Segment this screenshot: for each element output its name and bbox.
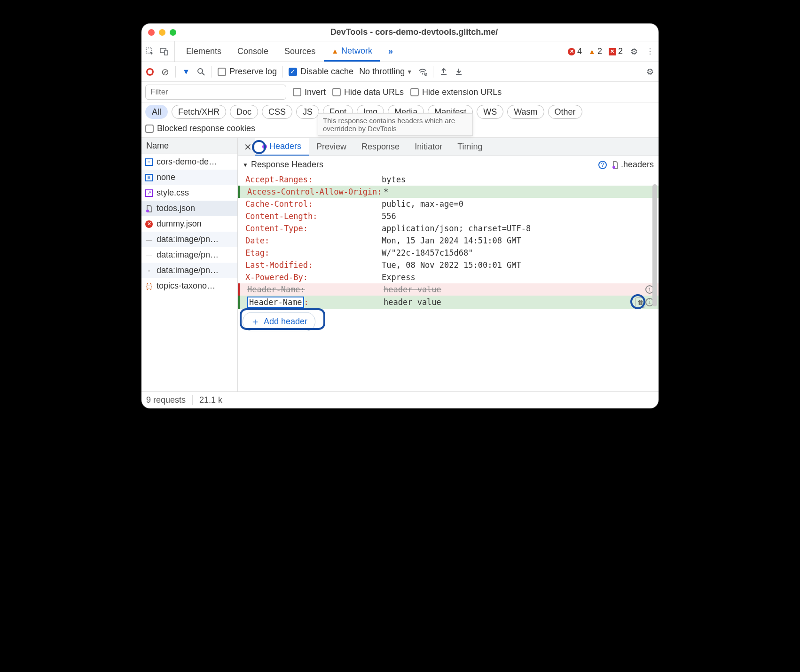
tab-network[interactable]: ▲ Network [324, 41, 380, 62]
window-title: DevTools - cors-demo-devtools.glitch.me/ [176, 27, 652, 37]
filter-bar: Invert Hide data URLs Hide extension URL… [141, 82, 659, 103]
request-name: todos.json [157, 203, 195, 213]
detail-body: ▼ Response Headers ? .headers Accept-Ran… [238, 156, 659, 391]
header-row[interactable]: Header-Name:header value🗑i [238, 296, 659, 309]
disable-cache-checkbox[interactable]: Disable cache [289, 67, 353, 77]
header-value: header value [384, 285, 645, 294]
collapse-triangle-icon: ▼ [243, 162, 248, 168]
request-row[interactable]: —data:image/pn… [141, 232, 237, 247]
detail-tab-preview[interactable]: Preview [309, 138, 354, 156]
name-column-header[interactable]: Name [141, 138, 237, 154]
response-headers-section[interactable]: ▼ Response Headers ? .headers [238, 156, 659, 173]
header-name: Content-Length: [245, 211, 382, 221]
type-filter-css[interactable]: CSS [262, 105, 292, 119]
network-conditions-icon[interactable] [418, 67, 427, 77]
close-detail-button[interactable]: ✕ [241, 138, 255, 156]
detail-tab-timing[interactable]: Timing [450, 138, 490, 156]
header-value: Tue, 08 Nov 2022 15:00:01 GMT [382, 260, 654, 270]
devtools-window: DevTools - cors-demo-devtools.glitch.me/… [141, 23, 659, 408]
headers-file-link[interactable]: .headers [612, 160, 654, 170]
invert-checkbox[interactable]: Invert [293, 87, 326, 97]
detail-tab-initiator[interactable]: Initiator [407, 138, 450, 156]
header-name: Etag: [245, 248, 382, 258]
svg-point-7 [425, 74, 426, 75]
svg-point-10 [146, 210, 149, 212]
request-row[interactable]: {:}topics-taxono… [141, 278, 237, 294]
clear-button[interactable]: ⊘ [160, 67, 170, 77]
request-count: 9 requests [146, 395, 193, 405]
request-list: ≡cors-demo-de…≡none↗style.csstodos.json✕… [141, 154, 237, 391]
blocked-badge[interactable]: ✕2 [609, 47, 623, 56]
scrollbar[interactable] [652, 184, 657, 306]
detail-tab-response[interactable]: Response [354, 138, 407, 156]
import-har-icon[interactable] [454, 67, 463, 77]
header-name: Date: [245, 236, 382, 245]
traffic-lights [148, 29, 176, 36]
header-value: * [384, 187, 654, 196]
errors-badge[interactable]: ✕4 [568, 47, 582, 56]
filter-toggle-icon[interactable]: ▼ [181, 67, 191, 77]
hide-extension-urls-checkbox[interactable]: Hide extension URLs [410, 87, 502, 97]
request-row[interactable]: todos.json [141, 201, 237, 216]
type-filter-wasm[interactable]: Wasm [507, 105, 544, 119]
header-row: Cache-Control:public, max-age=0 [238, 198, 659, 210]
chevron-down-icon: ▼ [407, 69, 412, 75]
inspect-icon[interactable] [145, 47, 155, 56]
error-icon: ✕ [568, 48, 575, 55]
titlebar: DevTools - cors-demo-devtools.glitch.me/ [141, 23, 659, 41]
request-row[interactable]: ✕dummy.json [141, 216, 237, 232]
tab-console[interactable]: Console [230, 41, 276, 62]
device-toggle-icon[interactable] [159, 47, 169, 56]
file-override-icon [612, 161, 619, 169]
filter-input[interactable] [145, 85, 286, 100]
request-row[interactable]: ↗style.css [141, 185, 237, 201]
header-name: Last-Modified: [245, 260, 382, 270]
request-row[interactable]: —data:image/pn… [141, 247, 237, 263]
main-tabstrip: Elements Console Sources ▲ Network » ✕4 … [141, 41, 659, 62]
delete-header-button[interactable]: 🗑 [635, 297, 645, 308]
add-header-button[interactable]: ＋ Add header [243, 312, 315, 331]
blocked-cookies-checkbox[interactable]: Blocked response cookies [145, 124, 255, 133]
kebab-menu-icon[interactable]: ⋮ [645, 47, 655, 56]
throttling-select[interactable]: No throttling ▼ [359, 67, 412, 77]
request-name: dummy.json [157, 219, 202, 229]
warning-icon: ▲ [331, 47, 338, 55]
header-value: application/json; charset=UTF-8 [382, 224, 654, 233]
type-filter-js[interactable]: JS [296, 105, 319, 119]
warnings-badge[interactable]: ▲2 [588, 47, 602, 56]
record-button[interactable] [145, 67, 155, 77]
svg-line-4 [202, 73, 204, 75]
network-settings-icon[interactable]: ⚙ [645, 67, 655, 77]
network-toolbar: ⊘ ▼ Preserve log Disable cache No thrott… [141, 62, 659, 82]
tab-elements[interactable]: Elements [179, 41, 229, 62]
more-tabs-button[interactable]: » [381, 41, 399, 62]
type-filter-all[interactable]: All [145, 105, 168, 119]
request-name: none [157, 172, 175, 182]
maximize-window-button[interactable] [170, 29, 176, 36]
request-row[interactable]: ≡none [141, 170, 237, 185]
header-name: Content-Type: [245, 224, 382, 233]
type-filter-ws[interactable]: WS [477, 105, 503, 119]
header-name: Header-Name: [247, 285, 384, 294]
request-row[interactable]: ≡cors-demo-de… [141, 154, 237, 170]
header-value: bytes [382, 175, 654, 184]
help-icon[interactable]: ? [598, 161, 607, 169]
tab-sources[interactable]: Sources [277, 41, 323, 62]
header-value: public, max-age=0 [382, 199, 654, 209]
preserve-log-checkbox[interactable]: Preserve log [218, 67, 277, 77]
header-name: Accept-Ranges: [245, 175, 382, 184]
minimize-window-button[interactable] [159, 29, 165, 36]
detail-tab-headers[interactable]: Headers [255, 138, 309, 156]
type-filter-doc[interactable]: Doc [230, 105, 258, 119]
export-har-icon[interactable] [439, 67, 448, 77]
type-filter-fetchxhr[interactable]: Fetch/XHR [172, 105, 226, 119]
hide-data-urls-checkbox[interactable]: Hide data URLs [332, 87, 404, 97]
request-name: topics-taxono… [157, 281, 215, 291]
header-value: Express [382, 273, 654, 282]
settings-icon[interactable]: ⚙ [629, 47, 639, 56]
search-icon[interactable] [196, 67, 206, 77]
type-filter-other[interactable]: Other [548, 105, 582, 119]
transfer-size: 21.1 k [199, 395, 222, 405]
request-row[interactable]: ▫data:image/pn… [141, 263, 237, 278]
close-window-button[interactable] [148, 29, 155, 36]
